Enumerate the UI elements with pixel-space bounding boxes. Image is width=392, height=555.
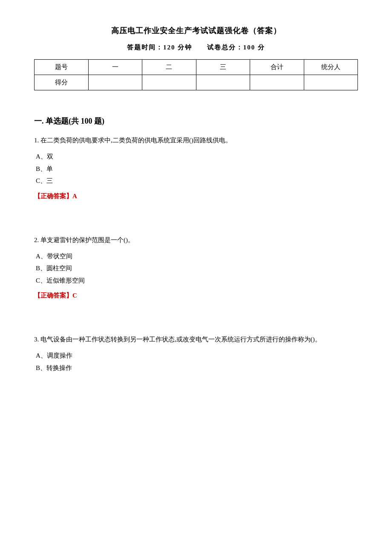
question-3-option-a: A、调度操作 <box>36 350 358 362</box>
question-1-number: 1. <box>34 137 40 144</box>
score-col-total <box>250 75 304 90</box>
question-2-body: 单支避雷针的保护范围是一个()。 <box>40 237 134 243</box>
score-col-2 <box>142 75 196 90</box>
score-row-label: 得分 <box>35 75 89 90</box>
question-1-answer: 【正确答案】A <box>34 192 358 200</box>
col-header-5: 统分人 <box>304 60 358 75</box>
question-3-text: 3. 电气设备由一种工作状态转换到另一种工作状态,或改变电气一次系统运行方式所进… <box>34 334 358 345</box>
exam-time: 答题时间：120 分钟 <box>127 44 192 51</box>
col-header-4: 合计 <box>250 60 304 75</box>
question-1-option-a: A、双 <box>36 150 358 163</box>
col-header-3: 三 <box>196 60 250 75</box>
question-2: 2. 单支避雷针的保护范围是一个()。 A、带状空间 B、圆柱空间 C、近似锥形… <box>34 234 358 300</box>
question-3-body: 电气设备由一种工作状态转换到另一种工作状态,或改变电气一次系统运行方式所进行的操… <box>40 336 321 343</box>
question-1-body: 在二类负荷的供电要求中,二类负荷的供电系统宜采用()回路线供电。 <box>40 137 232 144</box>
question-3: 3. 电气设备由一种工作状态转换到另一种工作状态,或改变电气一次系统运行方式所进… <box>34 334 358 374</box>
question-2-text: 2. 单支避雷针的保护范围是一个()。 <box>34 234 358 246</box>
question-2-option-b: B、圆柱空间 <box>36 262 358 275</box>
col-header-1: 一 <box>88 60 142 75</box>
question-3-option-b: B、转换操作 <box>36 362 358 374</box>
score-col-3 <box>196 75 250 90</box>
score-table: 题号 一 二 三 合计 统分人 得分 <box>34 59 358 90</box>
page-title: 高压电工作业安全生产考试试题强化卷（答案） <box>34 26 358 36</box>
question-1-text: 1. 在二类负荷的供电要求中,二类负荷的供电系统宜采用()回路线供电。 <box>34 135 358 146</box>
score-table-header-row: 题号 一 二 三 合计 统分人 <box>35 60 358 75</box>
total-score: 试卷总分：100 分 <box>207 44 265 51</box>
section1-title: 一. 单选题(共 100 题) <box>34 116 358 126</box>
score-col-1 <box>88 75 142 90</box>
question-1-option-c: C、三 <box>36 175 358 187</box>
score-table-data-row: 得分 <box>35 75 358 90</box>
question-2-answer: 【正确答案】C <box>34 292 358 300</box>
question-2-option-c: C、近似锥形空间 <box>36 275 358 287</box>
question-2-option-a: A、带状空间 <box>36 250 358 263</box>
col-header-0: 题号 <box>35 60 89 75</box>
score-col-person <box>304 75 358 90</box>
question-3-number: 3. <box>34 336 40 343</box>
question-1-option-b: B、单 <box>36 163 358 175</box>
col-header-2: 二 <box>142 60 196 75</box>
question-1: 1. 在二类负荷的供电要求中,二类负荷的供电系统宜采用()回路线供电。 A、双 … <box>34 135 358 200</box>
question-2-number: 2. <box>34 237 40 243</box>
exam-info: 答题时间：120 分钟 试卷总分：100 分 <box>34 43 358 52</box>
